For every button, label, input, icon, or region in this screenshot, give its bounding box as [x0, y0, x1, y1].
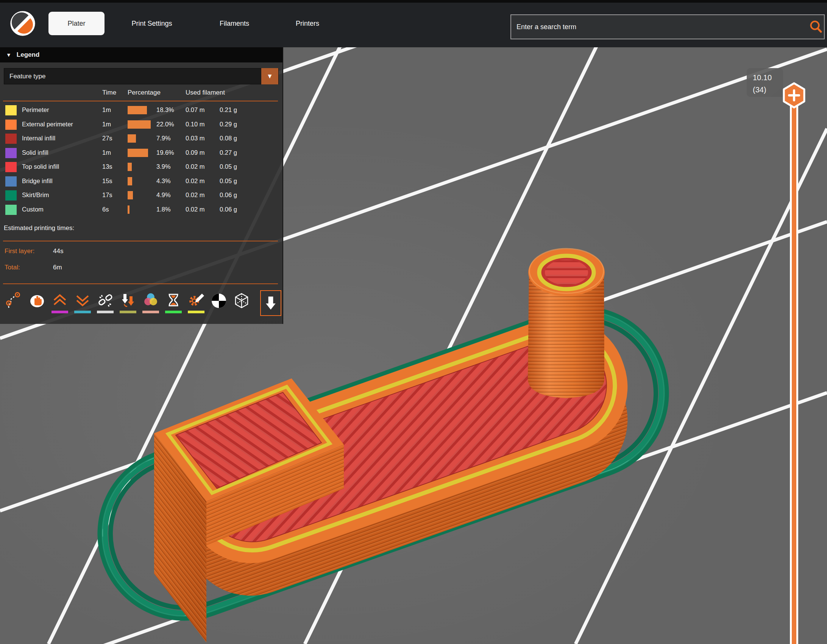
row-percentage: 3.9% — [156, 163, 171, 170]
percentage-bar — [128, 205, 130, 214]
chevron-down-icon[interactable]: ▼ — [261, 68, 278, 84]
row-filament-weight: 0.27 g — [220, 149, 237, 156]
row-filament-length: 0.07 m — [186, 106, 204, 114]
tab-print-settings[interactable]: Print Settings — [131, 0, 172, 47]
percentage-bar — [128, 120, 151, 129]
underline-bar — [51, 311, 68, 313]
tab-filaments[interactable]: Filaments — [220, 0, 249, 47]
row-percentage: 19.6% — [156, 149, 174, 156]
legend-rows: Perimeter 1m 18.3% 0.07 m 0.21 g Externa… — [0, 103, 282, 217]
window-edge — [0, 0, 827, 3]
travel-moves-icon[interactable] — [6, 290, 23, 317]
seams-icon[interactable] — [97, 290, 114, 317]
row-filament-weight: 0.05 g — [220, 163, 237, 170]
color-changes-icon[interactable] — [142, 290, 159, 317]
collapse-triangle-icon[interactable]: ▼ — [6, 52, 11, 58]
custom-gcode-icon[interactable] — [187, 290, 205, 317]
col-header-percentage: Percentage — [128, 89, 161, 96]
legend-row-bridge-infill[interactable]: Bridge infill 15s 4.3% 0.02 m 0.05 g — [0, 174, 282, 189]
view-type-select[interactable]: Feature type ▼ — [4, 68, 279, 84]
legend-row-top-solid-infill[interactable]: Top solid infill 13s 3.9% 0.02 m 0.05 g — [0, 160, 282, 174]
row-filament-weight: 0.08 g — [220, 135, 237, 142]
times-heading: Estimated printing times: — [4, 224, 74, 232]
row-filament-length: 0.03 m — [186, 135, 204, 142]
color-swatch[interactable] — [5, 120, 17, 130]
row-percentage: 1.8% — [156, 206, 171, 213]
search-input[interactable] — [511, 23, 810, 31]
legend-row-external-perimeter[interactable]: External perimeter 1m 22.0% 0.10 m 0.29 … — [0, 118, 282, 132]
color-swatch[interactable] — [5, 190, 17, 201]
layer-slider-handle[interactable] — [784, 83, 804, 107]
search-box[interactable] — [510, 14, 825, 39]
pause-prints-icon[interactable] — [165, 290, 182, 317]
divider — [3, 241, 278, 241]
tool-changes-icon[interactable] — [119, 290, 137, 317]
percentage-bar — [128, 163, 132, 171]
row-time: 1m — [102, 149, 111, 156]
view-type-value: Feature type — [4, 73, 261, 80]
legend-row-internal-infill[interactable]: Internal infill 27s 7.9% 0.03 m 0.08 g — [0, 132, 282, 146]
color-swatch[interactable] — [5, 148, 17, 158]
row-filament-weight: 0.05 g — [220, 177, 237, 185]
legend-row-solid-infill[interactable]: Solid infill 1m 19.6% 0.09 m 0.27 g — [0, 146, 282, 160]
divider — [3, 101, 278, 101]
row-percentage: 4.3% — [156, 177, 171, 185]
percentage-bar — [128, 134, 136, 143]
layer-tooltip: 10.10 (34) — [747, 68, 783, 97]
color-swatch[interactable] — [5, 176, 17, 187]
app-logo-icon — [6, 6, 40, 40]
row-filament-weight: 0.29 g — [220, 121, 237, 128]
cylinder-tower — [528, 249, 605, 398]
top-bar: Plater Print Settings Filaments Printers — [0, 0, 827, 47]
tool-marker-icon[interactable] — [260, 290, 281, 316]
tab-plater[interactable]: Plater — [48, 12, 105, 35]
row-filament-weight: 0.06 g — [220, 206, 237, 213]
legend-table-header: Time Percentage Used filament — [0, 89, 282, 98]
color-swatch[interactable] — [5, 134, 17, 144]
row-time: 15s — [102, 177, 112, 185]
row-time: 27s — [102, 135, 112, 142]
legend-title: Legend — [17, 51, 39, 59]
underline-bar — [74, 311, 91, 313]
row-filament-weight: 0.06 g — [220, 191, 237, 199]
shells-icon[interactable] — [233, 290, 250, 317]
row-time: 13s — [102, 163, 112, 170]
underline-bar — [188, 311, 204, 313]
center-of-gravity-icon[interactable] — [210, 290, 228, 317]
legend-titlebar[interactable]: ▼ Legend — [0, 47, 282, 62]
underline-bar — [97, 311, 114, 313]
col-header-used-filament: Used filament — [186, 89, 225, 96]
row-label: Bridge infill — [22, 177, 53, 185]
legend-row-perimeter[interactable]: Perimeter 1m 18.3% 0.07 m 0.21 g — [0, 103, 282, 118]
row-label: Internal infill — [22, 135, 55, 142]
deretractions-icon[interactable] — [74, 290, 91, 317]
row-time: 6s — [102, 206, 109, 213]
color-swatch[interactable] — [5, 162, 17, 172]
row-label: Top solid infill — [22, 163, 59, 170]
svg-text:10.10: 10.10 — [753, 73, 772, 82]
row-label: Skirt/Brim — [22, 191, 49, 199]
legend-row-skirt-brim[interactable]: Skirt/Brim 17s 4.9% 0.02 m 0.06 g — [0, 188, 282, 203]
row-label: External perimeter — [22, 121, 73, 128]
row-filament-length: 0.09 m — [186, 149, 204, 156]
row-time: 1m — [102, 121, 111, 128]
legend-row-custom[interactable]: Custom 6s 1.8% 0.02 m 0.06 g — [0, 203, 282, 217]
search-icon[interactable] — [810, 20, 822, 33]
row-filament-length: 0.02 m — [186, 191, 204, 199]
tab-printers[interactable]: Printers — [296, 0, 319, 47]
svg-text:(34): (34) — [753, 86, 766, 94]
color-swatch[interactable] — [5, 105, 17, 115]
row-filament-length: 0.02 m — [186, 177, 204, 185]
legend-panel: ▼ Legend Feature type ▼ Time Percentage … — [0, 47, 283, 324]
underline-bar — [120, 311, 136, 313]
row-filament-weight: 0.21 g — [220, 106, 237, 114]
color-swatch[interactable] — [5, 205, 17, 215]
retractions-icon[interactable] — [51, 290, 69, 317]
legend-body: Feature type ▼ Time Percentage Used fila… — [0, 62, 282, 324]
wipe-icon[interactable] — [28, 290, 46, 317]
row-percentage: 7.9% — [156, 135, 171, 142]
row-time: 17s — [102, 191, 112, 199]
row-filament-length: 0.10 m — [186, 121, 204, 128]
app-window: 10.10 (34) Plater Print Settings Filamen… — [0, 0, 827, 644]
divider — [3, 283, 278, 284]
